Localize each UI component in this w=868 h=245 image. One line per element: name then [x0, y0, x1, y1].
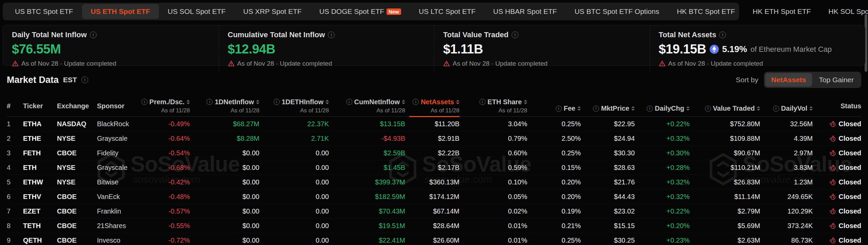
- tab-label: HK ETH Spot ETF: [753, 7, 811, 16]
- table-header-row: #TickerExchangeSponsoriPrem./Dsc.As of 1…: [7, 95, 861, 117]
- cell-mkt_price: $15.15: [581, 219, 635, 233]
- table-row-ethe[interactable]: 2ETHENYSEGrayscale-0.64%$8.28M2.71K-$4.9…: [7, 131, 861, 146]
- info-icon[interactable]: i: [413, 99, 419, 105]
- sort-carets-icon: [524, 100, 527, 104]
- status-badge: Closed: [839, 135, 861, 142]
- section-title: Market Data: [7, 75, 59, 85]
- info-icon[interactable]: i: [512, 31, 518, 38]
- table-row-etha[interactable]: 1ETHANASDAQBlackRock-0.49%$68.27M22.37K$…: [7, 117, 861, 131]
- column-header-fee[interactable]: iFee: [527, 95, 581, 116]
- cell-net_assets: $67.14M: [405, 204, 459, 218]
- card-total-net-assets: Total Net Assets i $19.15B 5.19% of Ethe…: [650, 25, 865, 72]
- cell-net_assets: $26.60M: [405, 233, 459, 245]
- cell-value_traded: $11.14M: [690, 190, 760, 204]
- card-title: Total Net Assets: [659, 30, 716, 39]
- cell-sponsor: Franklin: [97, 204, 146, 218]
- cell-sponsor: 21Shares: [97, 219, 146, 233]
- column-header-daily_vol[interactable]: iDailyVol: [760, 95, 813, 116]
- column-label: 1DNetInflow: [215, 98, 254, 106]
- sort-carets-icon: [186, 100, 190, 104]
- tab-hk-eth-spot-etf[interactable]: HK ETH Spot ETF: [744, 4, 820, 19]
- cell-status: Closed: [813, 146, 861, 160]
- cell-mkt_price: $44.43: [581, 190, 635, 204]
- info-icon[interactable]: i: [479, 99, 486, 105]
- info-icon[interactable]: i: [141, 99, 147, 105]
- tab-hk-sol-spot-etf[interactable]: HK SOL Spot ETF: [820, 4, 868, 19]
- cell-exchange: NYSE: [57, 131, 97, 146]
- cell-fee: 0.19%: [527, 204, 581, 218]
- cell-value_traded: $2.79M: [690, 204, 760, 218]
- cell-d1_net_inflow: $0.00: [190, 219, 259, 233]
- info-icon[interactable]: i: [206, 99, 213, 105]
- cell-d1_net_inflow: $0.00: [190, 233, 259, 245]
- tab-us-hbar-spot-etf[interactable]: US HBAR Spot ETF: [485, 4, 566, 19]
- tab-us-doge-spot-etf[interactable]: US DOGE Spot ETFNew: [311, 4, 410, 19]
- card-footer-text: As of Nov 28 · Update completed: [237, 60, 332, 67]
- cell-fee: 0.15%: [527, 160, 581, 175]
- table-row-ezet[interactable]: 7EZETCBOEFranklin-0.57%$0.000.00$70.43M$…: [7, 204, 861, 219]
- cell-value_traded: $110.21M: [690, 160, 760, 175]
- card-value: $1.11B: [443, 42, 483, 57]
- tab-label: US HBAR Spot ETF: [493, 7, 557, 16]
- column-label: ETH Share: [488, 98, 522, 106]
- info-icon[interactable]: i: [90, 31, 97, 38]
- info-icon[interactable]: i: [593, 106, 599, 112]
- cell-net_assets: $360.13M: [405, 175, 459, 189]
- warning-icon: [228, 60, 235, 67]
- tab-label: US ETH Spot ETF: [91, 7, 150, 16]
- closed-clock-icon: [829, 222, 836, 229]
- info-icon[interactable]: i: [647, 106, 653, 112]
- tab-us-btc-spot-etf[interactable]: US BTC Spot ETF: [6, 4, 82, 19]
- column-header-cum_net_inflow[interactable]: iCumNetInflowAs of 11/28: [329, 95, 405, 116]
- table-row-feth[interactable]: 3FETHCBOEFidelity-0.54%$0.000.00$2.59B$2…: [7, 146, 861, 160]
- cell-cum_net_inflow: $1.45B: [329, 160, 405, 175]
- table-body: 1ETHANASDAQBlackRock-0.49%$68.27M22.37K$…: [7, 117, 861, 245]
- column-header-mkt_price[interactable]: iMktPrice: [581, 95, 635, 116]
- sort-option-top-gainer[interactable]: Top Gainer: [813, 73, 860, 87]
- cell-eth_share: 0.59%: [459, 160, 527, 175]
- info-icon[interactable]: i: [773, 106, 779, 112]
- table-row-eth[interactable]: 4ETHNYSEGrayscale-0.68%$0.000.00$1.45B$2…: [7, 160, 861, 175]
- table-row-ethw[interactable]: 5ETHWNYSEBitwise-0.42%$0.000.00$399.37M$…: [7, 175, 861, 190]
- column-header-d1_eth_inflow[interactable]: i1DETHInflowAs of 11/28: [259, 95, 329, 116]
- table-row-qeth[interactable]: 9QETHCBOEInvesco-0.72%$0.000.00$22.41M$2…: [7, 233, 861, 245]
- cell-fee: 0.20%: [527, 175, 581, 189]
- column-header-value_traded[interactable]: iValue Traded: [690, 95, 760, 116]
- column-header-daily_chg[interactable]: iDailyChg: [635, 95, 690, 116]
- cell-mkt_price: $21.76: [581, 175, 635, 189]
- sort-option-netassets[interactable]: NetAssets: [765, 73, 812, 87]
- cell-fee: 0.25%: [527, 146, 581, 160]
- column-header-d1_net_inflow[interactable]: i1DNetInflowAs of 11/28: [190, 95, 259, 116]
- tab-us-ltc-spot-etf[interactable]: US LTC Spot ETF: [410, 4, 485, 19]
- tab-us-xrp-spot-etf[interactable]: US XRP Spot ETF: [234, 4, 310, 19]
- cell-daily_chg: +0.32%: [635, 131, 690, 146]
- column-header-net_assets[interactable]: iNetAssetsAs of 11/28: [405, 95, 459, 116]
- card-footer-text: As of Nov 28 · Update completed: [668, 60, 763, 67]
- info-icon[interactable]: i: [328, 31, 335, 38]
- info-icon[interactable]: i: [274, 99, 280, 105]
- cell-d1_eth_inflow: 0.00: [259, 204, 329, 218]
- etf-category-tab-bar: US BTC Spot ETFUS ETH Spot ETFUS SOL Spo…: [3, 3, 739, 20]
- table-row-ethv[interactable]: 6ETHVCBOEVanEck-0.48%$0.000.00$182.59M$1…: [7, 190, 861, 204]
- cell-eth_share: 0.05%: [459, 190, 527, 204]
- column-header-prem[interactable]: iPrem./Dsc.As of 11/28: [146, 95, 190, 116]
- tab-us-sol-spot-etf[interactable]: US SOL Spot ETF: [159, 4, 235, 19]
- column-header-eth_share[interactable]: iETH ShareAs of 11/28: [459, 95, 527, 116]
- tab-hk-btc-spot-etf[interactable]: HK BTC Spot ETF: [668, 4, 744, 19]
- ethereum-icon: [710, 45, 719, 54]
- tab-us-eth-spot-etf[interactable]: US ETH Spot ETF: [82, 4, 159, 19]
- status-badge: Closed: [839, 149, 861, 157]
- info-icon[interactable]: i: [556, 106, 562, 112]
- info-icon[interactable]: i: [719, 31, 726, 38]
- cell-status: Closed: [813, 233, 861, 245]
- info-icon[interactable]: i: [346, 99, 352, 105]
- tab-us-btc-spot-etf-options[interactable]: US BTC Spot ETF Options: [566, 4, 668, 19]
- info-icon[interactable]: i: [705, 106, 711, 112]
- warning-icon: [659, 60, 666, 67]
- warning-icon: [12, 60, 19, 67]
- info-icon[interactable]: i: [81, 76, 88, 83]
- table-row-teth[interactable]: 8TETHCBOE21Shares-0.55%$0.000.00$19.51M$…: [7, 219, 861, 233]
- cell-ticker: EZET: [23, 204, 57, 218]
- tab-label: US SOL Spot ETF: [168, 7, 226, 16]
- closed-clock-icon: [829, 208, 836, 215]
